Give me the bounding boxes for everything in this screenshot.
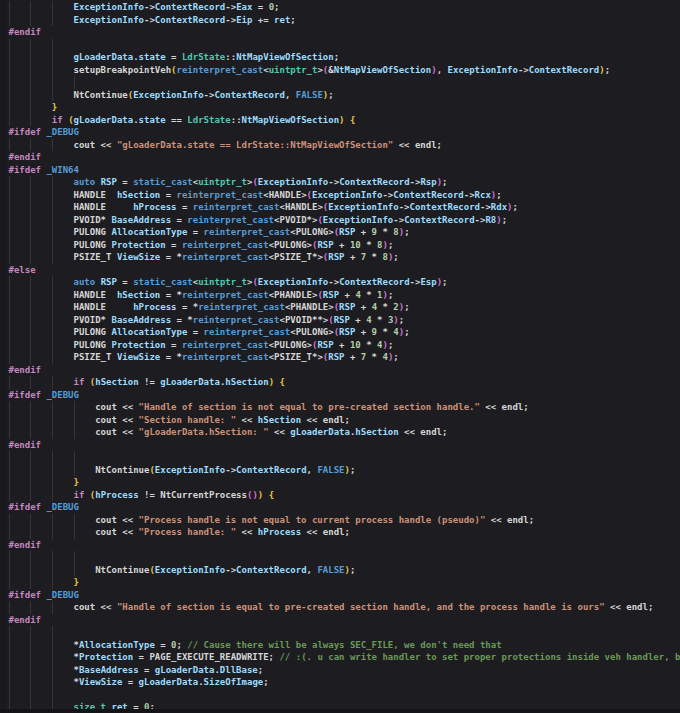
code-line[interactable]: auto RSP = static_cast<uintptr_t>(Except…	[0, 276, 680, 289]
code-token: =	[177, 202, 193, 212]
code-line[interactable]: cout << "Process handle: " << hProcess <…	[0, 526, 680, 539]
code-line[interactable]: #ifdef _DEBUG	[0, 126, 680, 139]
code-token: RSP	[328, 352, 344, 362]
code-token	[9, 490, 74, 500]
code-line[interactable]: #ifdef _DEBUG	[0, 501, 680, 514]
code-line[interactable]: NtContinue(ExceptionInfo->ContextRecord,…	[0, 564, 680, 577]
code-line[interactable]: HANDLE hSection = reinterpret_cast<HANDL…	[0, 189, 680, 202]
code-token: +	[355, 227, 371, 237]
code-line[interactable]: #endif	[0, 151, 680, 164]
code-line[interactable]: #endif	[0, 539, 680, 552]
code-line[interactable]: cout << "gLoaderData.state == LdrState::…	[0, 139, 680, 152]
code-token	[9, 252, 74, 262]
code-token: PVOID*	[74, 215, 112, 225]
code-line[interactable]: HANDLE hProcess = reinterpret_cast<HANDL…	[0, 201, 680, 214]
indent-guide	[74, 526, 75, 539]
code-line[interactable]: PVOID* BaseAddress = reinterpret_cast<PV…	[0, 214, 680, 227]
code-token: if	[74, 377, 85, 387]
code-line[interactable]: }	[0, 101, 680, 114]
code-line[interactable]	[0, 39, 680, 52]
indent-guide	[52, 1, 53, 14]
code-token: <PULONG>	[269, 240, 312, 250]
code-token: RSP	[101, 277, 117, 287]
code-line[interactable]: #endif	[0, 439, 680, 452]
code-line[interactable]: gLoaderData.state = LdrState::NtMapViewO…	[0, 51, 680, 64]
code-line[interactable]: HANDLE hProcess = *reinterpret_cast<PHAN…	[0, 301, 680, 314]
code-token: _DEBUG	[46, 502, 79, 512]
code-token	[9, 665, 74, 675]
code-line[interactable]: if (gLoaderData.state == LdrState::NtMap…	[0, 114, 680, 127]
code-line[interactable]: *Protection = PAGE_EXECUTE_READWRITE; //…	[0, 651, 680, 664]
indent-guide	[30, 176, 31, 189]
code-token: AllocationType	[111, 327, 187, 337]
indent-guide	[52, 51, 53, 64]
code-token: PULONG	[74, 340, 112, 350]
code-line[interactable]: PULONG AllocationType = reinterpret_cast…	[0, 226, 680, 239]
indent-guide	[9, 276, 10, 289]
indent-guide	[30, 426, 31, 439]
code-line[interactable]: PSIZE_T ViewSize = *reinterpret_cast<PSI…	[0, 251, 680, 264]
code-line[interactable]	[0, 689, 680, 702]
indent-guide	[74, 564, 75, 577]
code-token: =	[117, 177, 133, 187]
code-line[interactable]: cout << "Process handle is not equal to …	[0, 514, 680, 527]
code-line[interactable]: #else	[0, 264, 680, 277]
indent-guide	[52, 564, 53, 577]
indent-guide	[52, 339, 53, 352]
indent-guide	[52, 326, 53, 339]
code-line[interactable]: *BaseAddress = gLoaderData.DllBase;	[0, 664, 680, 677]
code-line[interactable]: if (hProcess != NtCurrentProcess()) {	[0, 489, 680, 502]
code-token: PSIZE_T	[74, 252, 117, 262]
code-line[interactable]: *AllocationType = 0; // Cause there will…	[0, 639, 680, 652]
code-editor[interactable]: ExceptionInfo->ContextRecord->Eax = 0; E…	[0, 0, 680, 713]
code-line[interactable]: NtContinue(ExceptionInfo->ContextRecord,…	[0, 464, 680, 477]
code-line[interactable]: }	[0, 476, 680, 489]
code-line[interactable]	[0, 76, 680, 89]
code-line[interactable]: if (hSection != gLoaderData.hSection) {	[0, 376, 680, 389]
code-line[interactable]	[0, 451, 680, 464]
code-token: ->	[393, 215, 404, 225]
code-token: hSection	[258, 415, 301, 425]
code-line[interactable]: cout << "Handle of section is not equal …	[0, 401, 680, 414]
code-line[interactable]: #ifdef _DEBUG	[0, 589, 680, 602]
code-line[interactable]: NtContinue(ExceptionInfo->ContextRecord,…	[0, 89, 680, 102]
code-line[interactable]: auto RSP = static_cast<uintptr_t>(Except…	[0, 176, 680, 189]
code-line[interactable]: ExceptionInfo->ContextRecord->Eip += ret…	[0, 14, 680, 27]
code-token: gLoaderData	[74, 52, 134, 62]
code-token: uintptr_t	[198, 177, 247, 187]
code-token: ->	[144, 2, 155, 12]
indent-guide	[52, 214, 53, 227]
code-token: ExceptionInfo	[447, 65, 517, 75]
code-line[interactable]: PVOID* BaseAddress = *reinterpret_cast<P…	[0, 314, 680, 327]
code-line[interactable]: PSIZE_T ViewSize = *reinterpret_cast<PSI…	[0, 351, 680, 364]
code-line[interactable]: #endif	[0, 364, 680, 377]
code-line[interactable]: cout << "gLoaderData.hSection: " << gLoa…	[0, 426, 680, 439]
code-line[interactable]	[0, 551, 680, 564]
code-line[interactable]: PULONG Protection = reinterpret_cast<PUL…	[0, 239, 680, 252]
code-line[interactable]: setupBreakpointVeh(reinterpret_cast<uint…	[0, 64, 680, 77]
indent-guide	[30, 139, 31, 152]
code-line[interactable]: PULONG AllocationType = reinterpret_cast…	[0, 326, 680, 339]
code-token: ;	[496, 190, 501, 200]
indent-guide	[9, 51, 10, 64]
code-line[interactable]: HANDLE hSection = *reinterpret_cast<PHAN…	[0, 289, 680, 302]
code-line[interactable]: #ifdef _DEBUG	[0, 389, 680, 402]
code-line[interactable]: #ifdef _WIN64	[0, 164, 680, 177]
code-line[interactable]: *ViewSize = gLoaderData.SizeOfImage;	[0, 676, 680, 689]
code-line[interactable]	[0, 626, 680, 639]
indent-guide	[9, 114, 10, 127]
indent-guide	[9, 339, 10, 352]
code-line[interactable]: PULONG Protection = reinterpret_cast<PUL…	[0, 339, 680, 352]
code-token: <<	[236, 415, 258, 425]
code-line[interactable]: cout << "Section handle: " << hSection <…	[0, 414, 680, 427]
code-line[interactable]: cout << "Handle of section is equal to p…	[0, 601, 680, 614]
code-token: reinterpret_cast	[182, 252, 269, 262]
code-line[interactable]: }	[0, 576, 680, 589]
code-line[interactable]: #endif	[0, 614, 680, 627]
code-line[interactable]: ExceptionInfo->ContextRecord->Eax = 0;	[0, 1, 680, 14]
code-token: ContextRecord	[155, 15, 225, 25]
code-line[interactable]: #endif	[0, 26, 680, 39]
code-token: ViewSize	[117, 352, 160, 362]
code-token: *	[372, 315, 388, 325]
code-area[interactable]: ExceptionInfo->ContextRecord->Eax = 0; E…	[0, 1, 680, 713]
